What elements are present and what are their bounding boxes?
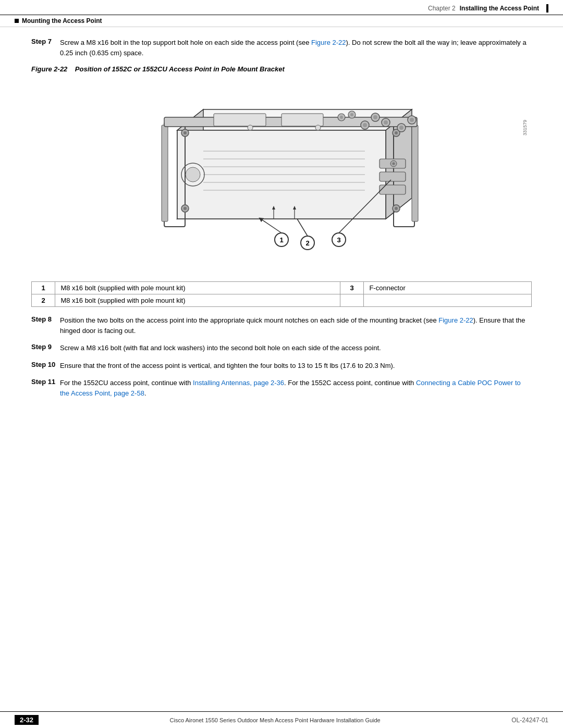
step-10-row: Step 10 Ensure that the front of the acc… [31,361,532,371]
footer-doc-title: Cisco Aironet 1550 Series Outdoor Mesh A… [170,717,381,723]
figure-22-link-step8[interactable]: Figure 2-22 [438,316,473,324]
device-illustration: 1 2 3 [136,78,427,276]
sub-header-square-icon [15,19,19,23]
figure-sidebar-text: 331579 [522,120,528,135]
callout-num-2: 2 [32,294,55,307]
sub-header-label: Mounting the Access Point [22,17,102,24]
svg-point-30 [393,163,395,165]
svg-point-21 [183,131,187,134]
header-title: Installing the Access Point [460,5,539,12]
step-11-text: For the 1552CU access point, continue wi… [60,378,532,398]
step-10-label: Step 10 [31,361,60,368]
svg-rect-10 [214,114,266,126]
step-11-label: Step 11 [31,378,60,386]
step-7-row: Step 7 Screw a M8 x16 bolt in the top su… [31,38,532,58]
svg-line-54 [297,219,308,236]
svg-point-34 [363,123,367,127]
svg-rect-32 [380,185,406,194]
figure-container: 1 2 3 331579 [31,78,532,276]
svg-point-19 [186,167,200,182]
table-row: 2 M8 x16 bolt (supplied with pole mount … [32,294,532,307]
svg-text:3: 3 [337,236,340,244]
figure-caption-text: Position of 1552C or 1552CU Access Point… [75,65,285,73]
svg-point-25 [183,207,187,210]
step-8-label: Step 8 [31,315,60,323]
footer-doc-num: OL-24247-01 [511,717,548,724]
svg-point-36 [373,115,377,119]
sub-header: Mounting the Access Point [0,15,563,27]
step-11-row: Step 11 For the 1552CU access point, con… [31,378,532,398]
svg-rect-8 [412,125,418,221]
connecting-cable-poc-link[interactable]: Connecting a Cable POC Power to the Acce… [60,379,521,397]
svg-point-23 [395,131,398,134]
step-10-text: Ensure that the front of the access poin… [60,361,532,371]
header-chapter: Chapter 2 [428,5,456,12]
installing-antennas-link[interactable]: Installing Antennas, page 2-36 [193,379,284,387]
figure-22-link-step7[interactable]: Figure 2-22 [311,39,346,46]
svg-text:1: 1 [279,236,283,244]
callout-num-3: 3 [340,282,364,294]
svg-point-46 [350,113,353,116]
svg-point-40 [399,126,403,130]
figure-number: Figure 2-22 [31,65,67,73]
svg-rect-31 [380,172,406,181]
callout-num-empty [340,294,364,307]
step-9-text: Screw a M8 x16 bolt (with flat and lock … [60,343,532,353]
step-7-label: Step 7 [31,38,60,45]
step-9-row: Step 9 Screw a M8 x16 bolt (with flat an… [31,343,532,353]
svg-point-27 [395,207,398,210]
step-8-row: Step 8 Position the two bolts on the acc… [31,315,532,336]
header-bar-icon [546,4,548,13]
callout-num-1: 1 [32,282,55,294]
callout-table: 1 M8 x16 bolt (supplied with pole mount … [31,281,532,307]
callout-desc-1: M8 x16 bolt (supplied with pole mount ki… [55,282,340,294]
footer-page-num: 2-32 [15,715,39,725]
table-row: 1 M8 x16 bolt (supplied with pole mount … [32,282,532,294]
step-8-text: Position the two bolts on the access poi… [60,315,532,336]
page-footer: 2-32 Cisco Aironet 1550 Series Outdoor M… [0,711,563,728]
svg-point-42 [410,118,414,122]
svg-rect-11 [282,114,323,126]
svg-line-51 [261,219,282,233]
svg-point-47 [248,125,253,130]
svg-text:2: 2 [305,239,309,247]
svg-rect-6 [162,125,168,221]
main-content: Step 7 Screw a M8 x16 bolt in the top su… [0,27,563,416]
callout-desc-empty [364,294,532,307]
callout-desc-2: M8 x16 bolt (supplied with pole mount ki… [55,294,340,307]
svg-point-44 [340,116,343,119]
svg-point-48 [315,125,321,130]
callout-desc-3: F-connector [364,282,532,294]
figure-caption: Figure 2-22 Position of 1552C or 1552CU … [31,65,532,73]
page-header: Chapter 2 Installing the Access Point [0,0,563,15]
step-7-text: Screw a M8 x16 bolt in the top support b… [60,38,532,58]
svg-point-38 [384,120,388,125]
step-9-label: Step 9 [31,343,60,351]
